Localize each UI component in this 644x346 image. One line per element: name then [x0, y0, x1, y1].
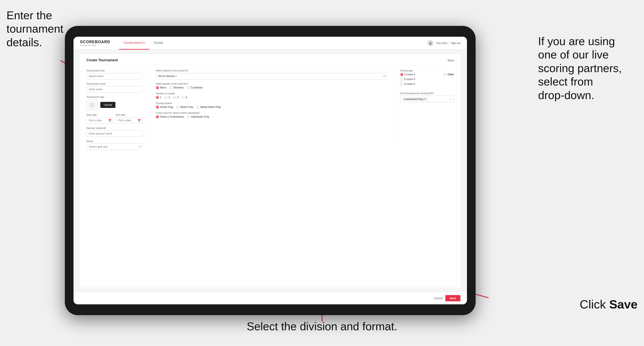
panel-header: Create Tournament ‹ Back [86, 58, 454, 65]
gender-mens-radio[interactable] [156, 86, 159, 89]
bottom-right-prefix: Click [580, 297, 609, 311]
date-row: Start date 📅 End date 📅 [86, 114, 143, 124]
logo-label: Tournament logo [86, 96, 143, 98]
search-golf-club-input[interactable] [86, 144, 143, 150]
create-tournament-panel: Create Tournament ‹ Back Tournament Host… [80, 54, 460, 288]
rounds-radio-group: 1 2 3 [156, 96, 387, 99]
rounds-4-label: 4 [186, 96, 187, 99]
gender-combined[interactable]: Combined [186, 86, 202, 89]
logo-upload-area: Upload [86, 99, 143, 111]
format-6count5[interactable]: 6 count 5 [400, 82, 415, 85]
scoring-radio-group: Stroke Play Match Play Medal Match Play [156, 106, 387, 109]
scoring-stroke-radio[interactable] [156, 106, 159, 109]
rounds-2-radio[interactable] [164, 96, 168, 99]
livescoring-label: Use third-party live scoring API? [400, 92, 454, 95]
format-6count4-radio[interactable] [400, 78, 403, 81]
scoring-match-label: Match Play [180, 106, 193, 109]
annotation-top-left: Enter the tournament details. [6, 9, 63, 49]
nav-items: TOURNAMENTS TEAMS [119, 37, 428, 50]
sponsor-group: Sponsor (optional) [86, 127, 143, 137]
venue-group: Venue [86, 140, 143, 150]
format-row-1: 5 count 4 Other [400, 73, 454, 76]
scoring-stroke[interactable]: Stroke Play [156, 106, 173, 109]
teams-group: Is this event for Teams and/or Individua… [156, 112, 387, 118]
format-5count4-label: 5 count 4 [404, 73, 415, 76]
rounds-3[interactable]: 3 [173, 96, 178, 99]
user-avatar [428, 40, 434, 46]
navbar: SCOREBOARD Powered by Clippit TOURNAMENT… [74, 37, 467, 50]
end-date-label: End date [116, 114, 143, 116]
format-6count5-radio[interactable] [400, 82, 403, 85]
rounds-1-radio[interactable] [156, 96, 159, 99]
scoring-medal-match[interactable]: Medal Match Play [196, 106, 221, 109]
gender-womens[interactable]: Womens [169, 86, 184, 89]
gender-combined-radio[interactable] [186, 86, 190, 89]
teams-radio[interactable] [156, 115, 159, 118]
rounds-3-radio[interactable] [173, 96, 176, 99]
rounds-2[interactable]: 2 [164, 96, 170, 99]
teams-plus-individuals[interactable]: Teams (+Individuals) [156, 115, 184, 118]
bottom-right-bold: Save [609, 297, 638, 311]
teams-radio-group: Teams (+Individuals) Individuals Only [156, 115, 387, 118]
rounds-1[interactable]: 1 [156, 96, 162, 99]
panel-footer: Cancel Save [74, 292, 467, 304]
annotation-bottom-right: Click Save [580, 297, 638, 312]
form-col-3: Format type 5 count 4 [394, 69, 454, 150]
rounds-label: Number of rounds [156, 92, 387, 95]
name-label: Tournament name [86, 82, 143, 85]
sponsor-input[interactable] [86, 130, 143, 137]
tablet-screen: SCOREBOARD Powered by Clippit TOURNAMENT… [74, 37, 467, 304]
host-label: Tournament Host [86, 69, 143, 72]
format-6count4[interactable]: 6 count 4 [400, 78, 415, 81]
rounds-4-radio[interactable] [182, 96, 184, 99]
start-date-label: Start date [86, 114, 113, 116]
format-left-1: 5 count 4 [400, 73, 415, 76]
division-group: Which division is the event for? NCAA Di… [156, 69, 387, 79]
livescoring-remove-btn[interactable]: ✕ [424, 98, 426, 101]
panel-title: Create Tournament [86, 58, 118, 62]
rounds-3-label: 3 [177, 96, 178, 99]
logo-subtitle: Powered by Clippit [80, 44, 110, 46]
individuals-radio[interactable] [187, 115, 190, 118]
scoring-group: Scoring system Stroke Play Match Play [156, 102, 387, 109]
individuals-only[interactable]: Individuals Only [187, 115, 209, 118]
gender-label: Which gender is the event for? [156, 82, 387, 85]
teams-label-text: Teams (+Individuals) [160, 115, 184, 118]
svg-point-8 [430, 42, 431, 43]
app-logo: SCOREBOARD [80, 40, 110, 44]
upload-button[interactable]: Upload [100, 102, 116, 108]
tag-expand-icon[interactable]: ⌄ [449, 97, 452, 101]
scoring-medal-radio[interactable] [196, 106, 199, 109]
search-team-input[interactable] [86, 73, 143, 79]
teams-label: Is this event for Teams and/or Individua… [156, 112, 387, 114]
sign-out-link[interactable]: Sign out [451, 42, 460, 45]
rounds-4[interactable]: 4 [182, 96, 187, 99]
gender-mens[interactable]: Mens [156, 86, 166, 89]
scoring-match-radio[interactable] [176, 106, 179, 109]
start-calendar-icon: 📅 [108, 119, 112, 122]
nav-tournaments[interactable]: TOURNAMENTS [119, 37, 149, 50]
back-button[interactable]: ‹ Back [446, 59, 454, 62]
nav-teams[interactable]: TEAMS [149, 37, 168, 50]
format-5count4[interactable]: 5 count 4 [400, 73, 415, 76]
format-5count4-radio[interactable] [400, 73, 403, 76]
end-calendar-icon: 📅 [138, 119, 141, 122]
division-select[interactable]: NCAA Division I [156, 73, 387, 79]
format-type-group: Format type 5 count 4 [400, 69, 454, 85]
format-other-radio[interactable] [444, 73, 446, 76]
tournament-name-input[interactable] [86, 86, 143, 93]
save-button[interactable]: Save [445, 295, 460, 301]
scoring-label: Scoring system [156, 102, 387, 104]
livescoring-group: Use third-party live scoring API? Leader… [400, 92, 454, 102]
gender-mens-label: Mens [160, 86, 166, 89]
cancel-button[interactable]: Cancel [434, 297, 442, 300]
format-6count4-label: 6 count 4 [404, 78, 415, 81]
format-other-label: Other [448, 73, 454, 76]
scoring-match[interactable]: Match Play [176, 106, 193, 109]
livescoring-tag-input[interactable]: Leaderboard King ✕ ⌄ [400, 96, 454, 102]
gender-combined-label: Combined [191, 86, 202, 89]
sponsor-label: Sponsor (optional) [86, 127, 143, 129]
end-date-group: End date 📅 [116, 114, 143, 124]
format-other-area: Other [444, 73, 454, 76]
gender-womens-radio[interactable] [169, 86, 172, 89]
